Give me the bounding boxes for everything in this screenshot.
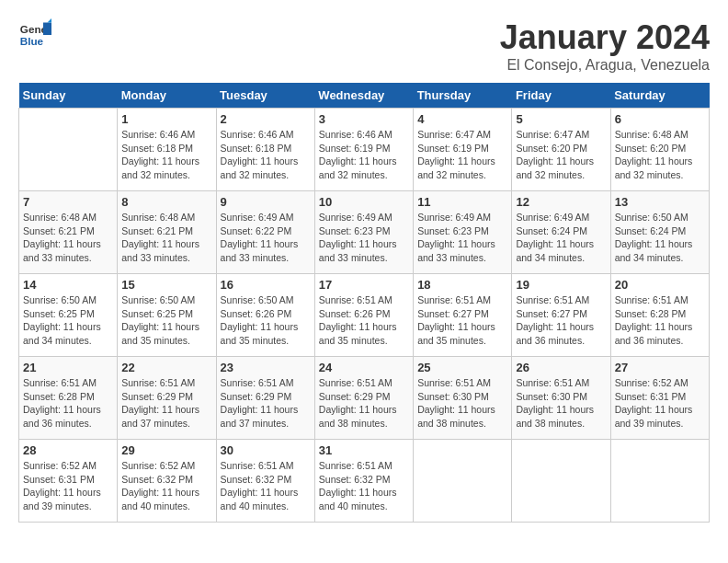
week-row-3: 14Sunrise: 6:50 AM Sunset: 6:25 PM Dayli… bbox=[19, 274, 710, 357]
day-info: Sunrise: 6:51 AM Sunset: 6:29 PM Dayligh… bbox=[121, 376, 211, 431]
day-header-tuesday: Tuesday bbox=[216, 83, 314, 109]
day-info: Sunrise: 6:52 AM Sunset: 6:31 PM Dayligh… bbox=[615, 376, 705, 431]
day-number: 17 bbox=[319, 278, 409, 292]
calendar-cell: 29Sunrise: 6:52 AM Sunset: 6:32 PM Dayli… bbox=[118, 440, 216, 523]
svg-marker-2 bbox=[43, 23, 51, 36]
day-number: 18 bbox=[417, 278, 507, 292]
calendar-header-row: SundayMondayTuesdayWednesdayThursdayFrid… bbox=[19, 83, 710, 109]
calendar-cell: 19Sunrise: 6:51 AM Sunset: 6:27 PM Dayli… bbox=[512, 274, 610, 357]
day-number: 4 bbox=[417, 112, 507, 126]
day-info: Sunrise: 6:51 AM Sunset: 6:29 PM Dayligh… bbox=[221, 376, 311, 431]
calendar-cell: 8Sunrise: 6:48 AM Sunset: 6:21 PM Daylig… bbox=[118, 191, 216, 274]
day-number: 8 bbox=[121, 195, 211, 209]
calendar-cell bbox=[610, 440, 709, 523]
day-number: 13 bbox=[615, 195, 705, 209]
day-info: Sunrise: 6:46 AM Sunset: 6:18 PM Dayligh… bbox=[221, 128, 311, 182]
day-number: 27 bbox=[615, 361, 705, 374]
calendar-cell: 12Sunrise: 6:49 AM Sunset: 6:24 PM Dayli… bbox=[512, 191, 610, 274]
day-number: 30 bbox=[221, 443, 311, 457]
day-number: 29 bbox=[121, 443, 211, 457]
calendar-cell: 13Sunrise: 6:50 AM Sunset: 6:24 PM Dayli… bbox=[610, 191, 709, 274]
day-info: Sunrise: 6:51 AM Sunset: 6:30 PM Dayligh… bbox=[417, 376, 507, 431]
day-info: Sunrise: 6:50 AM Sunset: 6:24 PM Dayligh… bbox=[615, 211, 705, 265]
day-info: Sunrise: 6:51 AM Sunset: 6:27 PM Dayligh… bbox=[417, 293, 507, 348]
calendar-cell: 4Sunrise: 6:47 AM Sunset: 6:19 PM Daylig… bbox=[414, 109, 512, 191]
day-info: Sunrise: 6:49 AM Sunset: 6:23 PM Dayligh… bbox=[319, 211, 409, 265]
calendar-title: January 2024 bbox=[500, 18, 710, 57]
calendar-cell: 31Sunrise: 6:51 AM Sunset: 6:32 PM Dayli… bbox=[314, 440, 413, 523]
calendar-cell: 18Sunrise: 6:51 AM Sunset: 6:27 PM Dayli… bbox=[414, 274, 512, 357]
day-header-wednesday: Wednesday bbox=[314, 83, 413, 109]
day-info: Sunrise: 6:49 AM Sunset: 6:22 PM Dayligh… bbox=[221, 211, 311, 265]
day-number: 2 bbox=[221, 112, 311, 126]
day-number: 26 bbox=[516, 361, 606, 374]
calendar-cell: 6Sunrise: 6:48 AM Sunset: 6:20 PM Daylig… bbox=[610, 109, 709, 191]
day-number: 15 bbox=[121, 278, 211, 292]
calendar-cell bbox=[414, 440, 512, 523]
day-info: Sunrise: 6:52 AM Sunset: 6:31 PM Dayligh… bbox=[23, 459, 113, 513]
day-info: Sunrise: 6:48 AM Sunset: 6:21 PM Dayligh… bbox=[23, 211, 113, 265]
day-number: 23 bbox=[221, 361, 311, 374]
day-info: Sunrise: 6:46 AM Sunset: 6:19 PM Dayligh… bbox=[319, 128, 409, 182]
calendar-cell: 17Sunrise: 6:51 AM Sunset: 6:26 PM Dayli… bbox=[314, 274, 413, 357]
week-row-1: 1Sunrise: 6:46 AM Sunset: 6:18 PM Daylig… bbox=[19, 109, 710, 191]
day-number: 14 bbox=[23, 278, 113, 292]
day-number: 24 bbox=[319, 361, 409, 374]
week-row-2: 7Sunrise: 6:48 AM Sunset: 6:21 PM Daylig… bbox=[19, 191, 710, 274]
calendar-cell: 2Sunrise: 6:46 AM Sunset: 6:18 PM Daylig… bbox=[216, 109, 314, 191]
svg-text:Blue: Blue bbox=[20, 35, 44, 47]
calendar-cell bbox=[19, 109, 118, 191]
day-info: Sunrise: 6:49 AM Sunset: 6:24 PM Dayligh… bbox=[516, 211, 606, 265]
logo: General Blue bbox=[18, 18, 51, 52]
calendar-cell: 26Sunrise: 6:51 AM Sunset: 6:30 PM Dayli… bbox=[512, 357, 610, 440]
day-info: Sunrise: 6:46 AM Sunset: 6:18 PM Dayligh… bbox=[121, 128, 211, 182]
title-area: January 2024 El Consejo, Aragua, Venezue… bbox=[500, 18, 710, 74]
page-header: General Blue January 2024 El Consejo, Ar… bbox=[18, 18, 710, 74]
day-number: 6 bbox=[615, 112, 705, 126]
day-info: Sunrise: 6:51 AM Sunset: 6:32 PM Dayligh… bbox=[221, 459, 311, 513]
svg-marker-3 bbox=[48, 18, 52, 23]
day-header-sunday: Sunday bbox=[19, 83, 118, 109]
day-number: 28 bbox=[23, 443, 113, 457]
calendar-cell: 5Sunrise: 6:47 AM Sunset: 6:20 PM Daylig… bbox=[512, 109, 610, 191]
day-number: 7 bbox=[23, 195, 113, 209]
day-info: Sunrise: 6:51 AM Sunset: 6:32 PM Dayligh… bbox=[319, 459, 409, 513]
calendar-subtitle: El Consejo, Aragua, Venezuela bbox=[500, 57, 710, 74]
day-number: 21 bbox=[23, 361, 113, 374]
day-number: 22 bbox=[121, 361, 211, 374]
day-number: 12 bbox=[516, 195, 606, 209]
logo-icon: General Blue bbox=[18, 18, 51, 52]
day-info: Sunrise: 6:47 AM Sunset: 6:20 PM Dayligh… bbox=[516, 128, 606, 182]
day-number: 31 bbox=[319, 443, 409, 457]
calendar-cell: 3Sunrise: 6:46 AM Sunset: 6:19 PM Daylig… bbox=[314, 109, 413, 191]
day-header-saturday: Saturday bbox=[610, 83, 709, 109]
calendar-cell: 28Sunrise: 6:52 AM Sunset: 6:31 PM Dayli… bbox=[19, 440, 118, 523]
calendar-cell: 30Sunrise: 6:51 AM Sunset: 6:32 PM Dayli… bbox=[216, 440, 314, 523]
day-info: Sunrise: 6:51 AM Sunset: 6:30 PM Dayligh… bbox=[516, 376, 606, 431]
day-info: Sunrise: 6:51 AM Sunset: 6:27 PM Dayligh… bbox=[516, 293, 606, 348]
day-header-thursday: Thursday bbox=[414, 83, 512, 109]
day-info: Sunrise: 6:47 AM Sunset: 6:19 PM Dayligh… bbox=[417, 128, 507, 182]
calendar-cell: 15Sunrise: 6:50 AM Sunset: 6:25 PM Dayli… bbox=[118, 274, 216, 357]
calendar-cell bbox=[512, 440, 610, 523]
day-info: Sunrise: 6:50 AM Sunset: 6:25 PM Dayligh… bbox=[121, 293, 211, 348]
day-info: Sunrise: 6:51 AM Sunset: 6:29 PM Dayligh… bbox=[319, 376, 409, 431]
day-number: 5 bbox=[516, 112, 606, 126]
day-number: 25 bbox=[417, 361, 507, 374]
day-number: 1 bbox=[121, 112, 211, 126]
day-header-friday: Friday bbox=[512, 83, 610, 109]
calendar-table: SundayMondayTuesdayWednesdayThursdayFrid… bbox=[18, 83, 710, 523]
calendar-cell: 20Sunrise: 6:51 AM Sunset: 6:28 PM Dayli… bbox=[610, 274, 709, 357]
week-row-5: 28Sunrise: 6:52 AM Sunset: 6:31 PM Dayli… bbox=[19, 440, 710, 523]
calendar-cell: 11Sunrise: 6:49 AM Sunset: 6:23 PM Dayli… bbox=[414, 191, 512, 274]
calendar-cell: 21Sunrise: 6:51 AM Sunset: 6:28 PM Dayli… bbox=[19, 357, 118, 440]
day-number: 19 bbox=[516, 278, 606, 292]
day-info: Sunrise: 6:48 AM Sunset: 6:20 PM Dayligh… bbox=[615, 128, 705, 182]
day-number: 16 bbox=[221, 278, 311, 292]
calendar-cell: 22Sunrise: 6:51 AM Sunset: 6:29 PM Dayli… bbox=[118, 357, 216, 440]
day-info: Sunrise: 6:51 AM Sunset: 6:26 PM Dayligh… bbox=[319, 293, 409, 348]
calendar-cell: 9Sunrise: 6:49 AM Sunset: 6:22 PM Daylig… bbox=[216, 191, 314, 274]
day-header-monday: Monday bbox=[118, 83, 216, 109]
calendar-cell: 23Sunrise: 6:51 AM Sunset: 6:29 PM Dayli… bbox=[216, 357, 314, 440]
day-number: 3 bbox=[319, 112, 409, 126]
